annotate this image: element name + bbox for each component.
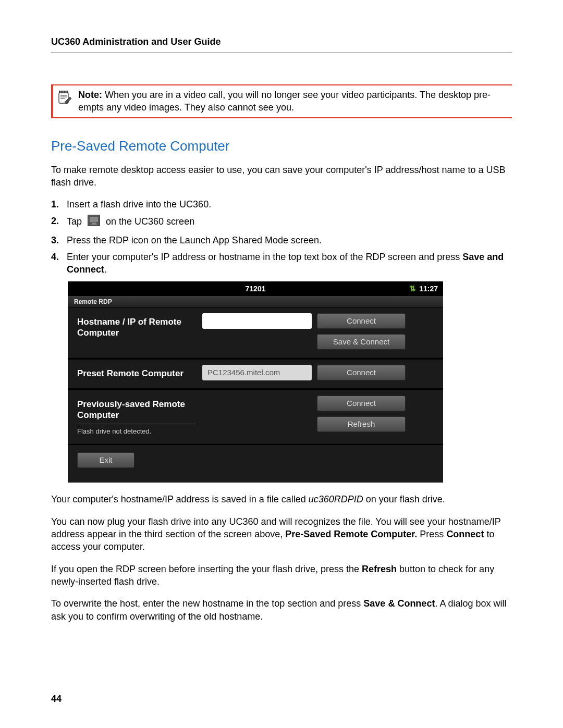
note-body: When you are in a video call, you will n…	[78, 90, 491, 113]
steps-list: 1. Insert a flash drive into the UC360. …	[51, 198, 512, 276]
note-prefix: Note:	[78, 90, 102, 100]
exit-row: Exit	[68, 445, 443, 483]
preset-value: PC123456.mitel.com	[202, 365, 312, 380]
svg-point-6	[66, 92, 67, 93]
svg-rect-11	[90, 217, 98, 222]
network-icon: ⇅	[409, 285, 416, 292]
section-previously-saved: Previously-saved Remote Computer Flash d…	[68, 390, 443, 443]
note-text: Note: When you are in a video call, you …	[78, 89, 508, 114]
connect-button[interactable]: Connect	[317, 313, 406, 329]
step-2: 2. Tap on the UC360 screen	[51, 215, 512, 229]
step-1-text: Insert a flash drive into the UC360.	[67, 198, 211, 211]
note-box: Note: When you are in a video call, you …	[51, 84, 512, 118]
hostname-input[interactable]	[202, 313, 312, 329]
section-title: Pre-Saved Remote Computer	[51, 138, 512, 154]
step-4-a: Enter your computer's IP address or host…	[67, 252, 462, 262]
svg-point-5	[65, 92, 66, 93]
step-2-before: Tap	[67, 216, 84, 227]
status-title: 71201	[68, 281, 443, 296]
svg-rect-13	[91, 224, 97, 225]
prev-connect-button[interactable]: Connect	[317, 396, 406, 411]
intro-paragraph: To make remote desktop access easier to …	[51, 164, 512, 189]
app-tab: Remote RDP	[68, 296, 443, 307]
hostname-label: Hostname / IP of Remote Computer	[77, 313, 197, 339]
exit-button[interactable]: Exit	[77, 452, 134, 468]
status-bar: 71201 ⇅ 11:27	[68, 281, 443, 296]
svg-point-2	[60, 92, 61, 93]
prev-label: Previously-saved Remote Computer	[77, 399, 197, 421]
svg-point-4	[63, 92, 64, 93]
refresh-button[interactable]: Refresh	[317, 416, 406, 432]
para-a: Your computer's hostname/IP address is s…	[51, 493, 512, 505]
rdp-screenshot: 71201 ⇅ 11:27 Remote RDP Hostname / IP o…	[68, 281, 443, 483]
preset-connect-button[interactable]: Connect	[317, 365, 406, 380]
section-hostname: Hostname / IP of Remote Computer Connect…	[68, 307, 443, 357]
step-3: 3. Press the RDP icon on the Launch App …	[51, 234, 512, 246]
para-b: You can now plug your flash drive into a…	[51, 515, 512, 553]
running-header: UC360 Administration and User Guide	[51, 36, 512, 53]
step-4: 4. Enter your computer's IP address or h…	[51, 251, 512, 276]
para-d: To overwrite the host, enter the new hos…	[51, 597, 512, 623]
step-4-c: .	[104, 264, 107, 275]
preset-label: Preset Remote Computer	[77, 365, 197, 379]
save-and-connect-button[interactable]: Save & Connect	[317, 334, 406, 350]
rdp-inline-icon	[88, 215, 100, 229]
status-time: 11:27	[419, 281, 438, 296]
para-c: If you open the RDP screen before insert…	[51, 563, 512, 588]
page-number: 44	[51, 694, 62, 705]
section-preset: Preset Remote Computer PC123456.mitel.co…	[68, 359, 443, 388]
step-3-text: Press the RDP icon on the Launch App Sha…	[67, 234, 322, 246]
svg-point-3	[62, 92, 63, 93]
note-icon	[57, 90, 72, 106]
step-1: 1. Insert a flash drive into the UC360.	[51, 198, 512, 211]
flash-drive-status: Flash drive not detected.	[77, 424, 197, 436]
svg-rect-12	[92, 223, 96, 224]
step-2-after: on the UC360 screen	[106, 216, 194, 227]
